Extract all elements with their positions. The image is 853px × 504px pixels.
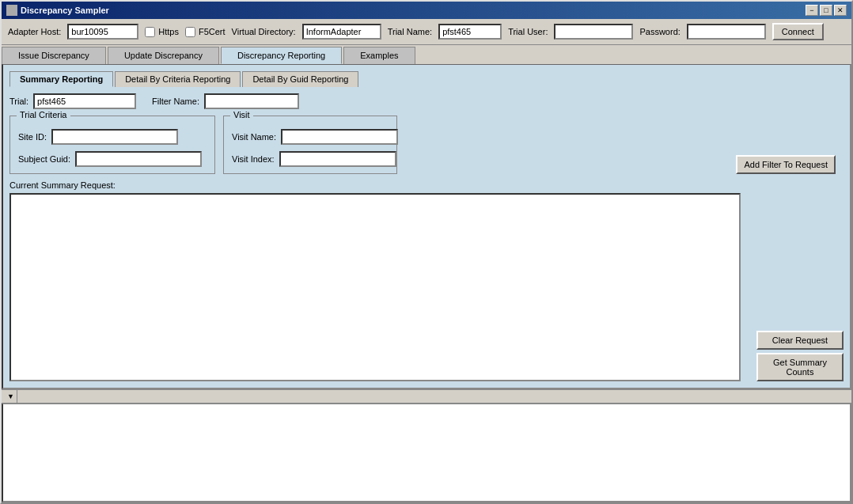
- f5cert-label: F5Cert: [199, 27, 226, 36]
- subject-guid-field: Subject Guid:: [18, 151, 207, 167]
- trial-label: Trial:: [9, 97, 28, 106]
- site-id-label: Site ID:: [18, 132, 47, 142]
- add-filter-button[interactable]: Add Filter To Request: [736, 155, 836, 174]
- tab-examples[interactable]: Examples: [343, 47, 415, 64]
- visit-groupbox: Visit Visit Name: Visit Index:: [223, 116, 397, 174]
- visit-name-input[interactable]: [281, 129, 398, 145]
- summary-content: Clear Request Get Summary Counts: [9, 193, 844, 381]
- filter-name-label: Filter Name:: [152, 97, 199, 106]
- content-area: Summary Reporting Detail By Criteria Rep…: [2, 64, 851, 389]
- visit-legend: Visit: [230, 110, 253, 119]
- site-id-field: Site ID:: [18, 129, 207, 145]
- https-checkbox[interactable]: [145, 27, 155, 37]
- visit-index-field: Visit Index:: [232, 151, 389, 167]
- adapter-host-label: Adapter Host:: [8, 27, 61, 36]
- connect-button[interactable]: Connect: [772, 23, 824, 40]
- visit-index-input[interactable]: [279, 151, 396, 167]
- title-bar-left: Discrepancy Sampler: [6, 5, 109, 16]
- trial-group: Trial:: [9, 93, 136, 109]
- get-summary-button[interactable]: Get Summary Counts: [756, 353, 844, 381]
- password-label: Password:: [639, 27, 680, 36]
- maximize-button[interactable]: □: [820, 5, 832, 16]
- subtab-detail-guid[interactable]: Detail By Guid Reporting: [242, 71, 358, 87]
- https-label: Https: [158, 27, 179, 36]
- minimize-button[interactable]: −: [806, 5, 818, 16]
- output-panel: [2, 404, 851, 502]
- trial-input[interactable]: [33, 93, 136, 109]
- trial-user-label: Trial User:: [508, 27, 548, 36]
- form-section: Trial: Filter Name: Trial Criteria Site …: [9, 93, 844, 381]
- criteria-visit-row: Trial Criteria Site ID: Subject Guid:: [9, 116, 844, 174]
- virtual-dir-label: Virtual Directory:: [232, 27, 296, 36]
- right-buttons: Clear Request Get Summary Counts: [753, 193, 844, 381]
- trial-criteria-groupbox: Trial Criteria Site ID: Subject Guid:: [9, 116, 215, 174]
- window-title: Discrepancy Sampler: [21, 6, 109, 15]
- adapter-host-input[interactable]: [67, 24, 138, 40]
- password-input[interactable]: [687, 24, 766, 40]
- f5cert-checkbox[interactable]: [185, 27, 195, 37]
- filter-name-group: Filter Name:: [152, 93, 299, 109]
- toolbar: Adapter Host: Https F5Cert Virtual Direc…: [2, 19, 851, 45]
- summary-section: Current Summary Request: Clear Request G…: [9, 180, 844, 381]
- trial-user-input[interactable]: [554, 24, 633, 40]
- tab-discrepancy-reporting[interactable]: Discrepancy Reporting: [221, 47, 342, 64]
- virtual-dir-input[interactable]: [302, 24, 381, 40]
- sub-tabs: Summary Reporting Detail By Criteria Rep…: [9, 71, 844, 87]
- visit-index-label: Visit Index:: [232, 154, 275, 164]
- https-group: Https: [145, 27, 179, 37]
- separator-row: ▼: [2, 389, 851, 404]
- f5cert-group: F5Cert: [185, 27, 226, 37]
- site-id-input[interactable]: [51, 129, 178, 145]
- filter-name-input[interactable]: [204, 93, 299, 109]
- subject-guid-label: Subject Guid:: [18, 154, 70, 164]
- subject-guid-input[interactable]: [75, 151, 202, 167]
- trial-criteria-fields: Site ID: Subject Guid:: [18, 129, 207, 167]
- main-window: Discrepancy Sampler − □ ✕ Adapter Host: …: [0, 0, 853, 504]
- visit-name-field: Visit Name:: [232, 129, 389, 145]
- close-button[interactable]: ✕: [834, 5, 847, 16]
- visit-name-label: Visit Name:: [232, 132, 276, 142]
- app-icon: [6, 5, 17, 16]
- trial-name-input[interactable]: [438, 24, 502, 40]
- visit-fields: Visit Name: Visit Index:: [232, 129, 389, 167]
- clear-request-button[interactable]: Clear Request: [756, 331, 844, 350]
- main-tabs: Issue Discrepancy Update Discrepancy Dis…: [2, 47, 851, 64]
- summary-textarea[interactable]: [9, 193, 741, 381]
- tab-issue-discrepancy[interactable]: Issue Discrepancy: [2, 47, 106, 64]
- current-summary-label: Current Summary Request:: [9, 180, 844, 190]
- trial-criteria-legend: Trial Criteria: [17, 110, 70, 119]
- trial-name-label: Trial Name:: [388, 27, 432, 36]
- trial-row: Trial: Filter Name:: [9, 93, 844, 109]
- title-bar: Discrepancy Sampler − □ ✕: [2, 2, 851, 19]
- subtab-summary-reporting[interactable]: Summary Reporting: [9, 71, 113, 87]
- subtab-detail-criteria[interactable]: Detail By Criteria Reporting: [115, 71, 241, 87]
- split-indicator[interactable]: ▼: [5, 390, 17, 403]
- title-bar-buttons: − □ ✕: [806, 5, 847, 16]
- tab-update-discrepancy[interactable]: Update Discrepancy: [108, 47, 219, 64]
